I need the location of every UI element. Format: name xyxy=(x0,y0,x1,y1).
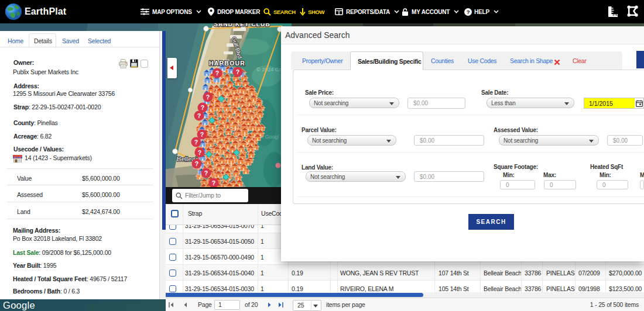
svg-text:?: ? xyxy=(467,8,470,15)
svg-text:Google: Google xyxy=(3,300,35,310)
svg-text:SAND KEY CLUB: SAND KEY CLUB xyxy=(214,23,270,27)
svg-text:HARBOUR: HARBOUR xyxy=(209,60,245,67)
